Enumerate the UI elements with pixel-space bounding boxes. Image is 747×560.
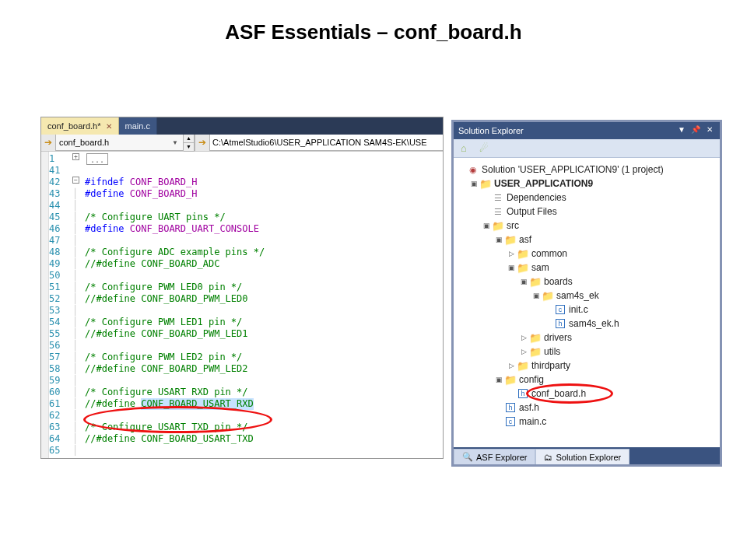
tree-item[interactable]: ☰Output Files (457, 205, 717, 219)
tree-item-label: boards (542, 276, 573, 287)
tree-item-label: src (505, 220, 519, 231)
tree-item[interactable]: hsam4s_ek.h (457, 317, 717, 331)
folder-icon: 📁 (516, 360, 530, 372)
panel-tab-icon: 🔍 (462, 452, 473, 462)
tree-collapse-icon[interactable]: ▣ (519, 278, 528, 285)
scope-step-up-button[interactable]: ▲ (184, 135, 195, 143)
tree-item-label: Output Files (505, 206, 557, 217)
tree-item[interactable]: ▣📁config (457, 373, 717, 387)
close-icon[interactable]: ✕ (704, 125, 715, 136)
tree-expand-icon[interactable]: ▷ (507, 250, 516, 257)
panel-tab[interactable]: 🗂Solution Explorer (535, 449, 630, 464)
code-token: /* Configure PWM LED0 pin */ (85, 282, 242, 293)
code-token: //#define CONF_BOARD_USART_TXD (85, 433, 254, 445)
code-text[interactable]: ...#ifndef CONF_BOARD_H#define CONF_BOAR… (83, 152, 443, 458)
home-icon[interactable]: ⌂ (457, 142, 471, 156)
c-icon: c (556, 305, 565, 314)
h-icon: h (518, 389, 528, 398)
folder-icon: 📁 (516, 248, 530, 260)
folder-icon: 📁 (491, 220, 505, 232)
editor-tab-label: conf_board.h* (47, 121, 101, 131)
tree-collapse-icon[interactable]: ▣ (507, 264, 516, 271)
solution-explorer-panel: Solution Explorer ▼ 📌 ✕ ⌂ ☄ ◉Solution 'U… (451, 120, 722, 467)
code-editor-panel: conf_board.h*✕main.c ➔ conf_board.h ▼ ▲ … (40, 117, 444, 459)
tree-item-label: init.c (567, 304, 588, 315)
tree-item[interactable]: hasf.h (457, 401, 717, 415)
nav-arrow-icon: ➔ (41, 135, 55, 151)
tree-item-label: conf_board.h (530, 388, 586, 399)
tree-item[interactable]: ▣📁src (457, 219, 717, 233)
tree-item[interactable]: hconf_board.h (457, 387, 717, 401)
code-token (124, 177, 130, 188)
code-token: CONF_BOARD_UART_CONSOLE (130, 223, 259, 235)
show-all-icon[interactable]: ☄ (477, 142, 491, 156)
tree-item[interactable]: ▣📁boards (457, 275, 717, 289)
tree-collapse-icon[interactable]: ▣ (531, 292, 541, 299)
solution-tree[interactable]: ◉Solution 'USER_APPLICATION9' (1 project… (454, 158, 720, 432)
fold-gutter: +−│││││││││││││││││││││││ (72, 152, 83, 458)
code-token: CONF_BOARD_USART_RXD (141, 398, 254, 410)
tree-item-label: sam4s_ek.h (567, 318, 619, 329)
file-path-display: C:\AtmelStudio6\USER_APPLICATION SAM4S-E… (209, 135, 443, 151)
tree-expand-icon[interactable]: ▷ (507, 362, 516, 369)
code-area[interactable]: 1414243444546474849505152535455565758596… (41, 152, 443, 458)
chevron-down-icon: ▼ (170, 139, 180, 146)
scope-dropdown[interactable]: conf_board.h ▼ (55, 135, 184, 151)
folder-icon: 📁 (528, 346, 542, 358)
ref-icon: ☰ (491, 193, 505, 203)
tree-item[interactable]: ▷📁utils (457, 345, 717, 359)
editor-tab[interactable]: conf_board.h*✕ (41, 117, 119, 135)
tree-collapse-icon[interactable]: ▣ (469, 180, 479, 187)
code-token: //#define CONF_BOARD_ADC (85, 258, 219, 270)
tree-item[interactable]: ▷📁common (457, 247, 717, 261)
pin-icon[interactable]: 📌 (690, 125, 701, 136)
slide-title: ASF Essentials – conf_board.h (0, 0, 747, 44)
code-token: //#define CONF_BOARD_PWM_LED0 (85, 293, 248, 305)
fold-expand-icon[interactable]: + (72, 153, 79, 160)
tree-item[interactable]: cinit.c (457, 303, 717, 317)
h-icon: h (506, 403, 515, 412)
code-token: //#define CONF_BOARD_PWM_LED1 (85, 328, 248, 340)
close-icon[interactable]: ✕ (106, 122, 112, 131)
code-token: /* Configure PWM LED1 pin */ (85, 317, 242, 328)
ref-icon: ☰ (491, 207, 505, 217)
tree-item[interactable]: ▣📁USER_APPLICATION9 (457, 177, 717, 191)
dropdown-icon[interactable]: ▼ (676, 125, 687, 136)
tree-item-label: drivers (542, 332, 572, 343)
tree-item-label: common (530, 248, 567, 259)
code-token: /* Configure UART pins */ (85, 212, 226, 223)
tree-collapse-icon[interactable]: ▣ (494, 376, 503, 383)
scope-steppers: ▲ ▼ (184, 135, 195, 151)
tree-item-label: asf (517, 234, 531, 245)
panel-tab[interactable]: 🔍ASF Explorer (454, 449, 535, 464)
tree-expand-icon[interactable]: ▷ (519, 334, 528, 341)
tree-collapse-icon[interactable]: ▣ (482, 222, 491, 229)
folder-icon: 📁 (528, 276, 542, 288)
folder-icon: 📁 (516, 262, 530, 274)
line-number-gutter: 1414243444546474849505152535455565758596… (49, 152, 72, 458)
tree-item[interactable]: ▣📁sam4s_ek (457, 289, 717, 303)
fold-collapse-icon[interactable]: − (72, 177, 79, 184)
folder-icon: 📁 (503, 234, 517, 246)
tree-item-label: config (517, 374, 544, 385)
tree-collapse-icon[interactable]: ▣ (494, 236, 503, 243)
tree-item[interactable]: ▣📁sam (457, 261, 717, 275)
code-token: /* Configure PWM LED2 pin */ (85, 352, 242, 363)
code-token: /* Configure ADC example pins */ (85, 247, 265, 258)
code-token: //#define (85, 398, 141, 410)
tree-item[interactable]: ▣📁asf (457, 233, 717, 247)
tree-item[interactable]: ▷📁drivers (457, 331, 717, 345)
tree-item[interactable]: ▷📁thirdparty (457, 359, 717, 373)
sol-icon: ◉ (466, 165, 480, 175)
tree-item[interactable]: ☰Dependencies (457, 191, 717, 205)
code-token: #define (85, 223, 124, 235)
collapsed-region[interactable]: ... (86, 153, 108, 165)
tree-item[interactable]: ◉Solution 'USER_APPLICATION9' (1 project… (457, 163, 717, 177)
editor-tab[interactable]: main.c (119, 117, 157, 135)
editor-nav-bar: ➔ conf_board.h ▼ ▲ ▼ ➔ C:\AtmelStudio6\U… (41, 135, 443, 152)
panel-tab-label: Solution Explorer (556, 453, 621, 462)
scope-step-down-button[interactable]: ▼ (184, 143, 195, 152)
editor-tab-label: main.c (125, 121, 150, 131)
tree-item[interactable]: cmain.c (457, 415, 717, 429)
tree-expand-icon[interactable]: ▷ (519, 348, 528, 355)
